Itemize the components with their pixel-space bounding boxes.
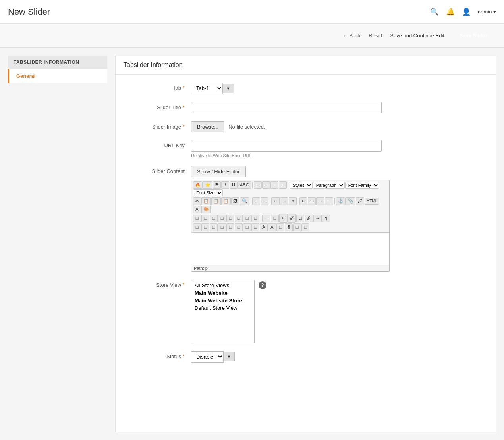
tb-r3-4[interactable]: □ xyxy=(218,215,226,222)
admin-menu[interactable]: admin ▾ xyxy=(478,9,496,15)
slider-content-field-row: Slider Content Show / Hide Editor 🔥 ⭐ B … xyxy=(127,166,484,272)
top-header: New Slider 🔍 🔔 👤 admin ▾ xyxy=(0,0,504,24)
tb-redo3-btn[interactable]: → xyxy=(325,197,333,205)
tb-ul-btn[interactable]: ≡ xyxy=(252,197,260,205)
tb-image-btn[interactable]: 🖼 xyxy=(231,197,239,205)
tb-sep4 xyxy=(270,198,270,204)
bell-icon[interactable]: 🔔 xyxy=(446,8,455,16)
tb-r3-8[interactable]: □ xyxy=(251,215,259,222)
status-select-arrow-icon[interactable]: ▼ xyxy=(224,352,235,361)
editor-content-area[interactable] xyxy=(191,233,389,265)
tb-blockquote-btn[interactable]: « xyxy=(289,197,297,205)
tb-star-btn[interactable]: ⭐ xyxy=(203,181,212,189)
show-hide-editor-button[interactable]: Show / Hide Editor xyxy=(191,166,246,177)
tb-align-justify-btn[interactable]: ≡ xyxy=(279,181,287,189)
store-view-option-main-website-store[interactable]: Main Website Store xyxy=(193,297,253,304)
tb-r4-11[interactable]: □ xyxy=(276,223,284,231)
tb-sep2 xyxy=(288,182,288,188)
tb-sub-btn[interactable]: x2 xyxy=(279,214,288,223)
tab-label: Tab* xyxy=(127,83,191,91)
store-view-option-default[interactable]: Default Store View xyxy=(193,304,253,312)
store-view-option-main-website[interactable]: Main Website xyxy=(193,289,253,297)
tb-align-right-btn[interactable]: ≡ xyxy=(270,181,278,189)
tb-pastetext-btn[interactable]: 📋 xyxy=(221,197,231,205)
tb-find-btn[interactable]: 🔍 xyxy=(240,197,249,205)
tb-r4-7[interactable]: □ xyxy=(243,223,251,231)
tb-hr-btn[interactable]: — xyxy=(262,215,270,222)
tb-outdent-btn[interactable]: ← xyxy=(271,197,280,205)
status-label: Status* xyxy=(127,351,191,359)
tb-redo2-btn[interactable]: → xyxy=(316,197,324,205)
reset-button[interactable]: Reset xyxy=(369,33,382,38)
tb-r3-6[interactable]: □ xyxy=(235,215,243,222)
save-slider-button[interactable]: Save Slider xyxy=(452,29,494,42)
tb-r4-5[interactable]: □ xyxy=(226,223,234,231)
tb-r3-3[interactable]: □ xyxy=(210,215,218,222)
tb-styles-select[interactable]: Styles xyxy=(290,182,313,189)
tab-select-arrow-icon[interactable]: ▼ xyxy=(223,84,234,93)
store-view-option-all[interactable]: All Store Views xyxy=(193,282,253,289)
sidebar-item-general[interactable]: General xyxy=(8,69,107,83)
tb-r3-5[interactable]: □ xyxy=(226,215,234,222)
tb-strike-btn[interactable]: ABC xyxy=(238,181,251,189)
slider-content-control: Show / Hide Editor 🔥 ⭐ B I U ABC xyxy=(191,166,484,272)
search-icon[interactable]: 🔍 xyxy=(430,8,439,16)
store-view-required: * xyxy=(183,282,185,288)
tb-align-center-btn[interactable]: ≡ xyxy=(262,181,270,189)
tb-r3-2[interactable]: □ xyxy=(201,215,209,222)
tb-fontfamily-select[interactable]: Font Family xyxy=(345,182,379,189)
tb-r4-12[interactable]: □ xyxy=(293,223,301,231)
tb-arrow-btn[interactable]: → xyxy=(313,215,322,222)
tb-indent-btn[interactable]: → xyxy=(280,197,288,205)
store-view-label: Store View* xyxy=(127,280,191,288)
tb-bgcolor-btn[interactable]: 🎨 xyxy=(201,206,211,213)
tb-ol-btn[interactable]: ≡ xyxy=(261,197,268,205)
tb-paragraph-select[interactable]: Paragraph xyxy=(313,182,345,189)
tb-r4-10[interactable]: A xyxy=(268,223,276,231)
tb-align-left-btn[interactable]: ≡ xyxy=(254,181,262,189)
tb-bold-btn[interactable]: B xyxy=(213,181,221,189)
url-key-input[interactable] xyxy=(191,140,382,152)
tab-control: Tab-1 ▼ xyxy=(191,83,484,94)
slider-title-input[interactable] xyxy=(191,102,382,113)
tb-redo-btn[interactable]: ↪ xyxy=(308,197,316,205)
tb-anchor-btn[interactable]: ⚓ xyxy=(336,197,346,205)
tb-media-btn[interactable]: 🖊 xyxy=(305,215,313,222)
tb-cut-btn[interactable]: ✂ xyxy=(193,197,201,205)
tb-link-btn[interactable]: 📎 xyxy=(346,197,355,205)
tb-italic-btn[interactable]: I xyxy=(221,181,229,189)
tb-r4-13[interactable]: □ xyxy=(301,223,309,231)
tb-fontsize-select[interactable]: Font Size xyxy=(193,189,223,196)
tb-r4-2[interactable]: □ xyxy=(201,223,209,231)
tb-r4-3[interactable]: □ xyxy=(210,223,218,231)
tb-r4-6[interactable]: □ xyxy=(235,223,243,231)
tb-para2-btn[interactable]: ¶ xyxy=(285,223,293,231)
tb-r4-8[interactable]: □ xyxy=(251,223,259,231)
tb-paste-btn[interactable]: 📋 xyxy=(211,197,221,205)
tb-edit-btn[interactable]: 🖊 xyxy=(356,197,364,205)
tab-select[interactable]: Tab-1 xyxy=(191,83,223,94)
tb-underline-btn[interactable]: U xyxy=(230,181,238,189)
tb-sep5 xyxy=(298,198,298,204)
tb-fire-btn[interactable]: 🔥 xyxy=(193,181,203,189)
store-view-select[interactable]: All Store Views Main Website Main Websit… xyxy=(191,280,255,343)
tb-html-btn[interactable]: HTML xyxy=(365,198,379,205)
tb-sup-btn[interactable]: x2 xyxy=(288,214,296,223)
help-icon[interactable]: ? xyxy=(259,281,266,289)
tb-char-btn[interactable]: Ω xyxy=(296,215,304,222)
tb-undo-btn[interactable]: ↩ xyxy=(299,197,307,205)
tb-r4-1[interactable]: □ xyxy=(193,223,201,231)
tb-r4-9[interactable]: A xyxy=(260,223,268,231)
browse-button[interactable]: Browse... xyxy=(191,121,224,132)
tb-fontcolor-btn[interactable]: A xyxy=(193,206,201,213)
status-required: * xyxy=(183,354,185,359)
save-continue-button[interactable]: Save and Continue Edit xyxy=(390,33,444,38)
tb-table-btn[interactable]: □ xyxy=(271,215,279,222)
tb-r4-4[interactable]: □ xyxy=(218,223,226,231)
tb-copy-btn[interactable]: 📋 xyxy=(201,197,211,205)
status-select[interactable]: Disable Enable xyxy=(191,351,224,363)
tb-para-btn[interactable]: ¶ xyxy=(322,215,330,222)
tb-r3-7[interactable]: □ xyxy=(243,215,251,222)
back-button[interactable]: ← Back xyxy=(343,33,361,38)
tb-r3-1[interactable]: □ xyxy=(193,215,201,222)
